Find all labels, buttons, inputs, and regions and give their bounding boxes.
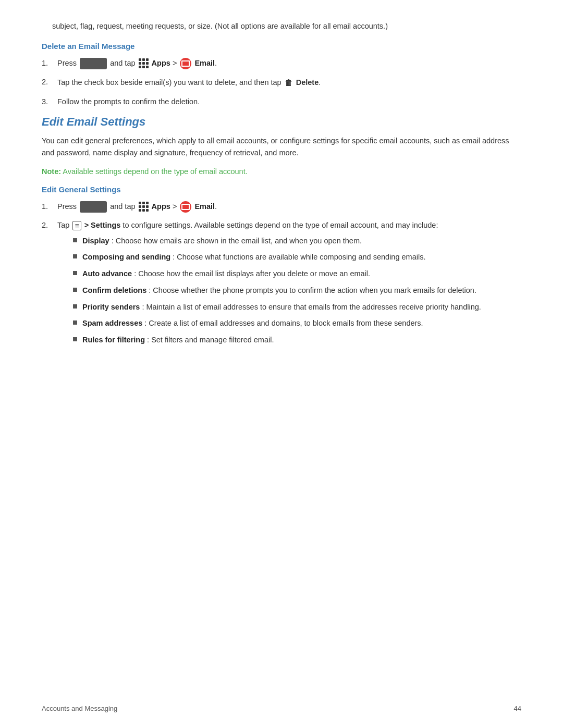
delete-section-heading: Delete an Email Message [42, 42, 521, 51]
display-bold: Display [82, 237, 109, 245]
step-1-content: Press and tap Apps > Email. [57, 58, 521, 69]
edit-email-settings-heading: Edit Email Settings [42, 115, 521, 129]
settings-menu-icon: ≡ [72, 221, 81, 230]
bullet-square-icon [73, 238, 77, 242]
delete-label: Delete [296, 78, 319, 87]
note-text-content: Available settings depend on the type of… [63, 167, 247, 176]
settings-bullet-list: Display : Choose how emails are shown in… [57, 236, 521, 346]
bullet-composing: Composing and sending : Choose what func… [73, 252, 521, 263]
general-step-1: 1. Press and tap Apps > Email. [42, 201, 521, 213]
step-num-2: 2. [42, 77, 57, 88]
bullet-square-icon-4 [73, 288, 77, 292]
step-num-1: 1. [42, 58, 57, 69]
bullet-autoadvance: Auto advance : Choose how the email list… [73, 268, 521, 280]
delete-step-1: 1. Press and tap Apps > Email. [42, 58, 521, 69]
spam-text: : Create a list of email addresses and d… [144, 319, 423, 327]
general-step-2: 2. Tap ≡ > Settings to configure setting… [42, 220, 521, 351]
spam-bold: Spam addresses [82, 319, 142, 327]
email-icon-1 [180, 58, 191, 69]
bullet-composing-content: Composing and sending : Choose what func… [82, 252, 521, 263]
home-button [80, 58, 107, 69]
home-button-2 [80, 201, 107, 213]
step-2-content: Tap the check box beside email(s) you wa… [57, 77, 521, 89]
email-label-1: Email [194, 59, 215, 67]
bullet-priority-content: Priority senders : Maintain a list of em… [82, 302, 521, 313]
bullet-rules: Rules for filtering : Set filters and ma… [73, 335, 521, 346]
delete-step-2: 2. Tap the check box beside email(s) you… [42, 77, 521, 89]
priority-text: : Maintain a list of email addresses to … [142, 303, 481, 311]
bullet-confirm-content: Confirm deletions : Choose whether the p… [82, 285, 521, 297]
bullet-spam-content: Spam addresses : Create a list of email … [82, 318, 521, 329]
composing-text: : Choose what functions are available wh… [173, 253, 425, 261]
general-step-2-content: Tap ≡ > Settings to configure settings. … [57, 220, 521, 351]
footer-left: Accounts and Messaging [42, 705, 117, 712]
note-paragraph: Note: Available settings depend on the t… [42, 166, 521, 178]
bullet-autoadvance-content: Auto advance : Choose how the email list… [82, 268, 521, 280]
autoadvance-text: : Choose how the email list displays aft… [134, 269, 370, 278]
general-steps-list: 1. Press and tap Apps > Email. 2. Tap ≡ … [42, 201, 521, 351]
bullet-rules-content: Rules for filtering : Set filters and ma… [82, 335, 521, 346]
bullet-confirm: Confirm deletions : Choose whether the p… [73, 285, 521, 297]
bullet-square-icon-3 [73, 271, 77, 275]
bullet-priority: Priority senders : Maintain a list of em… [73, 302, 521, 313]
step-2-text: Tap the check box beside email(s) you wa… [57, 78, 282, 87]
page-footer: Accounts and Messaging 44 [42, 705, 521, 712]
note-bold-label: Note: [42, 167, 61, 176]
step-num-3: 3. [42, 96, 57, 108]
email-icon-2 [180, 201, 191, 213]
rules-bold: Rules for filtering [82, 336, 145, 344]
delete-steps-list: 1. Press and tap Apps > Email. 2. Tap th… [42, 58, 521, 108]
step-1-tap: and tap [110, 59, 137, 67]
apps-label-2: Apps [152, 202, 170, 211]
edit-general-settings-heading: Edit General Settings [42, 185, 521, 194]
bullet-square-icon-2 [73, 254, 77, 258]
footer-page-number: 44 [514, 705, 521, 712]
edit-description: You can edit general preferences, which … [42, 135, 521, 159]
step-1-period: . [215, 59, 217, 67]
step-1-press: Press [57, 59, 77, 67]
step-3-text: Follow the prompts to confirm the deleti… [57, 96, 521, 108]
general-step-2-text: to configure settings. Available setting… [123, 221, 438, 229]
apps-label-1: Apps [152, 59, 170, 67]
settings-label: > Settings [84, 221, 121, 229]
autoadvance-bold: Auto advance [82, 269, 132, 278]
general-step-num-2: 2. [42, 220, 57, 231]
confirm-bold: Confirm deletions [82, 286, 146, 294]
confirm-text: : Choose whether the phone prompts you t… [149, 286, 476, 294]
intro-paragraph: subject, flag, request, meeting requests… [42, 21, 521, 32]
general-step-1-content: Press and tap Apps > Email. [57, 201, 521, 213]
trash-icon: 🗑 [285, 77, 293, 89]
display-text: : Choose how emails are shown in the ema… [112, 237, 362, 245]
apps-grid-icon-2 [139, 202, 149, 212]
composing-bold: Composing and sending [82, 253, 170, 261]
step-1-arrow: > [173, 59, 179, 67]
bullet-square-icon-5 [73, 304, 77, 309]
email-label-2: Email [194, 202, 215, 211]
apps-grid-icon [139, 58, 149, 68]
bullet-square-icon-6 [73, 320, 77, 325]
general-step-num-1: 1. [42, 201, 57, 213]
bullet-spam: Spam addresses : Create a list of email … [73, 318, 521, 329]
priority-bold: Priority senders [82, 303, 140, 311]
bullet-square-icon-7 [73, 337, 77, 341]
delete-step-3: 3. Follow the prompts to confirm the del… [42, 96, 521, 108]
bullet-display: Display : Choose how emails are shown in… [73, 236, 521, 247]
bullet-display-content: Display : Choose how emails are shown in… [82, 236, 521, 247]
general-step-1-press: Press [57, 202, 77, 211]
rules-text: : Set filters and manage filtered email. [147, 336, 274, 344]
